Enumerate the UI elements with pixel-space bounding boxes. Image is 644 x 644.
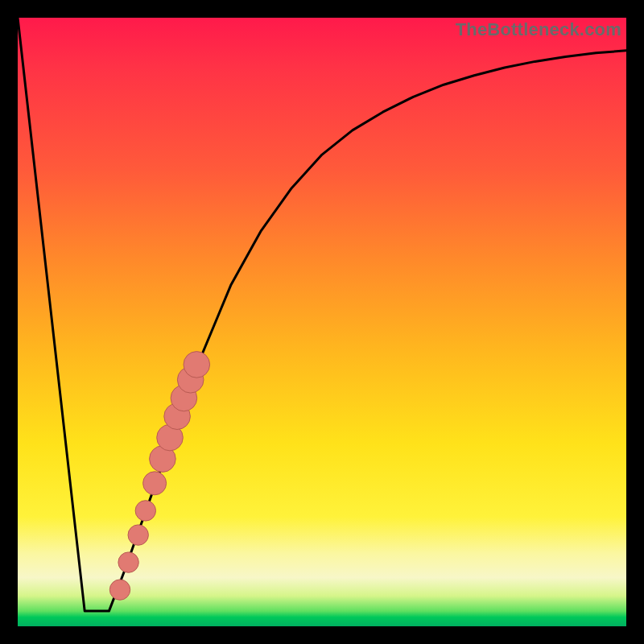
plot-area: TheBottleneck.com <box>18 18 626 626</box>
data-marker <box>135 501 155 521</box>
chart-svg <box>18 18 626 626</box>
series-path <box>18 18 626 611</box>
data-marker <box>184 352 210 378</box>
data-marker <box>118 552 138 572</box>
chart-frame: TheBottleneck.com <box>0 0 644 644</box>
data-marker <box>128 525 148 545</box>
data-marker <box>143 472 167 495</box>
marker-group <box>109 352 209 601</box>
data-marker <box>109 580 130 600</box>
